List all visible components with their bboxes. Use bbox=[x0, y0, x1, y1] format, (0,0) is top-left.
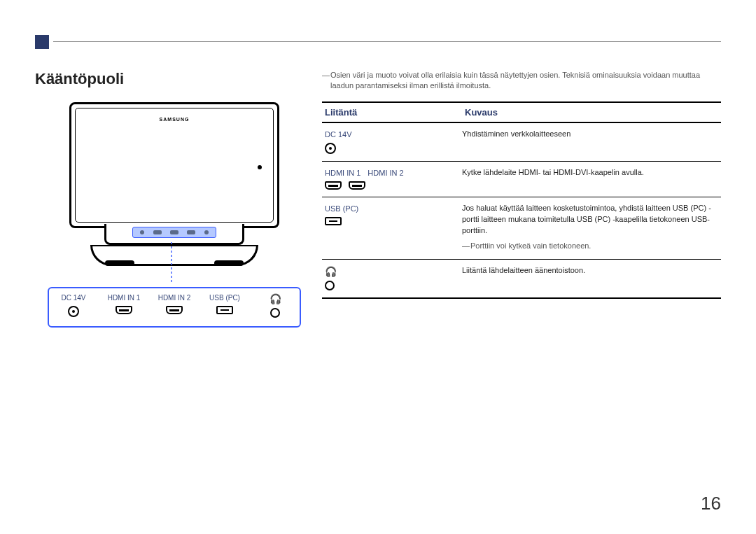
row-usb-desc: Jos haluat käyttää laitteen kosketustoim… bbox=[462, 204, 711, 234]
headphone-jack-icon bbox=[270, 308, 280, 318]
monitor-screen: SAMSUNG bbox=[69, 102, 279, 228]
ir-indicator bbox=[258, 165, 262, 169]
note-dash: ― bbox=[462, 241, 470, 252]
headphone-jack-icon bbox=[325, 281, 335, 290]
hdmi-icon bbox=[325, 181, 342, 190]
section-title: Kääntöpuoli bbox=[35, 70, 301, 88]
hdmi-icon bbox=[349, 181, 365, 190]
row-hdmi-desc: Kytke lähdelaite HDMI- tai HDMI-DVI-kaap… bbox=[462, 167, 718, 178]
table-row: USB (PC) Jos haluat käyttää laitteen kos… bbox=[322, 197, 721, 260]
table-row: HDMI IN 1 HDMI IN 2 Kytke lähdelaite HDM… bbox=[322, 162, 721, 197]
table-row: DC 14V Yhdistäminen verkkolaitteeseen bbox=[322, 123, 721, 162]
row-hdmi2-label: HDMI IN 2 bbox=[368, 169, 403, 177]
page-number: 16 bbox=[701, 493, 721, 514]
header-rule bbox=[53, 41, 721, 42]
row-dc-desc: Yhdistäminen verkkolaitteeseen bbox=[462, 129, 718, 140]
th-kuvaus: Kuvaus bbox=[462, 103, 721, 122]
port-panel: DC 14V HDMI IN 1 HDMI IN 2 USB (PC) bbox=[48, 287, 301, 328]
row-usb-subnote-text: Porttiin voi kytkeä vain tietokoneen. bbox=[470, 241, 591, 250]
port-hdmi2-label: HDMI IN 2 bbox=[158, 294, 191, 302]
row-usb-subnote: ― Porttiin voi kytkeä vain tietokoneen. bbox=[462, 241, 718, 252]
port-dc-label: DC 14V bbox=[61, 294, 85, 302]
headphone-icon: 🎧 bbox=[325, 267, 462, 276]
th-liitanta: Liitäntä bbox=[322, 103, 462, 122]
table-header: Liitäntä Kuvaus bbox=[322, 101, 721, 123]
monitor-diagram: SAMSUNG bbox=[35, 102, 301, 328]
monitor-neck bbox=[104, 224, 244, 245]
header-accent-block bbox=[35, 35, 49, 49]
top-note: ― Osien väri ja muoto voivat olla erilai… bbox=[322, 70, 721, 92]
row-dc-label: DC 14V bbox=[325, 130, 462, 139]
headphone-icon: 🎧 bbox=[270, 294, 281, 304]
port-strip-highlight bbox=[132, 227, 216, 238]
hdmi-icon bbox=[115, 306, 132, 314]
port-hdmi1-label: HDMI IN 1 bbox=[108, 294, 141, 302]
row-usb-label: USB (PC) bbox=[325, 204, 462, 213]
usb-icon bbox=[325, 217, 342, 225]
brand-logo: SAMSUNG bbox=[160, 117, 190, 122]
port-hdmi2: HDMI IN 2 bbox=[157, 294, 192, 314]
port-hdmi1: HDMI IN 1 bbox=[106, 294, 141, 314]
row-hdmi1-label: HDMI IN 1 bbox=[325, 169, 360, 177]
port-headphone: 🎧 bbox=[258, 294, 293, 318]
port-usb-label: USB (PC) bbox=[209, 294, 240, 302]
dc-jack-icon bbox=[325, 143, 336, 154]
usb-icon bbox=[216, 306, 233, 314]
port-usb: USB (PC) bbox=[207, 294, 242, 314]
monitor-base bbox=[90, 245, 258, 266]
dc-jack-icon bbox=[68, 306, 79, 317]
hdmi-icon bbox=[166, 306, 183, 314]
table-row: 🎧 Liitäntä lähdelaitteen äänentoistoon. bbox=[322, 260, 721, 299]
note-dash: ― bbox=[322, 70, 330, 80]
row-hp-desc: Liitäntä lähdelaitteen äänentoistoon. bbox=[462, 265, 718, 276]
port-dc: DC 14V bbox=[56, 294, 91, 317]
top-note-text: Osien väri ja muoto voivat olla erilaisi… bbox=[330, 71, 700, 90]
